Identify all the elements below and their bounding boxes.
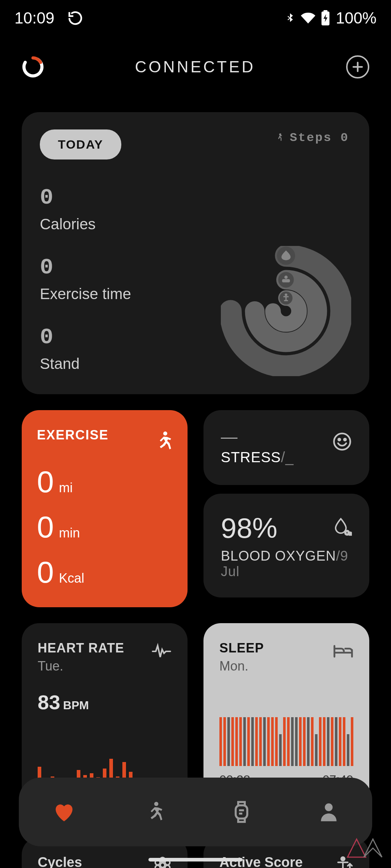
svg-point-15 — [344, 439, 346, 441]
svg-point-25 — [154, 802, 159, 806]
calories-label: Calories — [40, 216, 351, 233]
svg-point-17 — [160, 863, 165, 868]
sleep-chart — [219, 717, 353, 766]
stress-label: STRESS — [221, 449, 281, 465]
sync-icon — [67, 10, 83, 26]
oxygen-drop-icon: O₂ — [332, 517, 352, 538]
wifi-icon — [301, 11, 315, 25]
calories-value: 0 — [40, 185, 351, 210]
today-summary-card[interactable]: TODAY Steps 0 0 Calories 0 Exercise time… — [22, 112, 369, 394]
runner-icon — [154, 430, 172, 454]
blood-oxygen-card[interactable]: 98% BLOOD OXYGEN/9 Jul O₂ — [203, 494, 369, 597]
activity-rings-icon — [221, 246, 351, 376]
sleep-day: Mon. — [219, 659, 353, 674]
svg-rect-1 — [324, 10, 328, 12]
nav-device[interactable] — [232, 800, 251, 824]
svg-point-14 — [338, 439, 340, 441]
svg-point-29 — [325, 803, 333, 811]
stress-suffix: /_ — [281, 449, 294, 465]
exercise-distance: 0mi — [37, 464, 172, 499]
svg-point-13 — [334, 434, 350, 450]
steps-label: Steps 0 — [290, 131, 349, 145]
app-logo-icon[interactable] — [22, 56, 44, 78]
status-bar: 10:09 100% — [0, 0, 391, 36]
svg-point-8 — [285, 276, 288, 279]
today-pill[interactable]: TODAY — [40, 129, 121, 159]
bottom-nav — [19, 778, 372, 846]
svg-point-5 — [279, 133, 281, 136]
status-time: 10:09 — [14, 9, 54, 27]
heart-rate-unit: BPM — [63, 699, 89, 712]
steps-counter: Steps 0 — [275, 131, 349, 145]
exercise-duration: 0min — [37, 510, 172, 545]
nav-profile[interactable] — [319, 802, 338, 822]
svg-point-22 — [155, 865, 160, 868]
svg-point-23 — [165, 865, 170, 868]
stress-card[interactable]: — STRESS/_ — [203, 410, 369, 485]
status-battery: 100% — [336, 9, 377, 27]
heart-rate-value: 83 — [38, 691, 60, 714]
oxygen-label: BLOOD OXYGEN — [221, 548, 336, 563]
exercise-energy: 0Kcal — [37, 555, 172, 590]
home-indicator[interactable] — [148, 858, 243, 861]
nav-health[interactable] — [53, 801, 75, 822]
exercise-card[interactable]: EXERCISE 0mi 0min 0Kcal — [22, 410, 188, 607]
exercise-title: EXERCISE — [37, 427, 172, 443]
svg-rect-9 — [282, 279, 290, 282]
svg-point-11 — [285, 293, 287, 296]
heart-pulse-icon — [151, 643, 172, 661]
bed-icon — [333, 643, 353, 660]
svg-rect-26 — [236, 805, 247, 819]
svg-point-12 — [163, 431, 167, 435]
nav-exercise[interactable] — [144, 801, 164, 823]
connection-status: CONNECTED — [135, 58, 256, 76]
add-button[interactable] — [346, 55, 369, 78]
bluetooth-icon — [284, 12, 296, 24]
battery-charging-icon — [320, 10, 331, 26]
svg-text:O₂: O₂ — [345, 529, 352, 536]
watermark-icon — [344, 835, 387, 861]
calories-stat: 0 Calories — [40, 185, 351, 233]
content-area[interactable]: TODAY Steps 0 0 Calories 0 Exercise time… — [0, 112, 391, 868]
app-header: CONNECTED — [0, 36, 391, 98]
smile-icon — [332, 432, 352, 453]
